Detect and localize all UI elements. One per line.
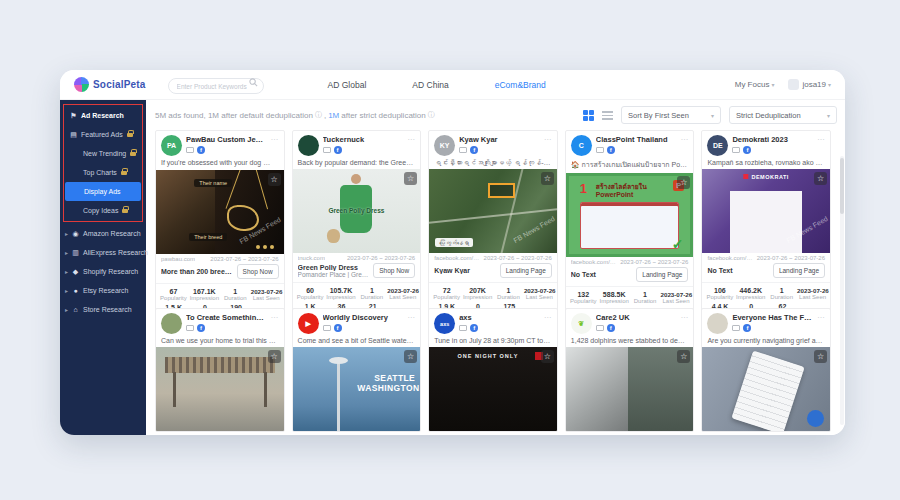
favorite-star-icon[interactable]: ☆: [541, 350, 554, 363]
more-options-icon[interactable]: …: [817, 313, 825, 319]
stat-value: 2023-07-26: [387, 287, 418, 294]
favorite-star-icon[interactable]: ☆: [814, 172, 827, 185]
strict-dedup-count-link[interactable]: 1M: [328, 111, 339, 120]
ad-creative[interactable]: 1สร้างสไลด์ลายใน PowerPointP✓ ☆: [566, 173, 694, 257]
ad-creative[interactable]: မြေကွက်နေရာFB News Feed ☆: [429, 169, 557, 253]
stats-row: 67 Popularity 167.1K Impression 1 Durati…: [156, 284, 284, 302]
favorite-star-icon[interactable]: ☆: [541, 172, 554, 185]
advertiser-name[interactable]: To Create Something Exceptio...: [186, 313, 267, 322]
ad-domain-link[interactable]: facebook.com/10...: [434, 255, 479, 261]
favorite-star-icon[interactable]: ☆: [268, 173, 281, 186]
stat-label: Last Seen: [524, 294, 555, 300]
advertiser-name[interactable]: ClassPoint Thailand: [596, 135, 677, 144]
chevron-down-icon: ▾: [828, 81, 831, 88]
scrollbar[interactable]: [840, 156, 844, 425]
ad-title: Kyaw Kyar: [434, 267, 495, 274]
cta-button[interactable]: Landing Page: [500, 263, 552, 278]
cta-button[interactable]: Shop Now: [373, 263, 415, 278]
cta-button[interactable]: Shop Now: [237, 264, 279, 279]
ad-creative[interactable]: ☆: [702, 347, 830, 431]
ad-domain-link[interactable]: facebook.com/11...: [571, 259, 616, 265]
username-label: josa19: [802, 80, 826, 89]
sidebar-item-featured-ads[interactable]: ▤ Featured Ads: [64, 125, 142, 144]
ad-domain-link[interactable]: pawbau.com: [161, 256, 195, 262]
info-icon[interactable]: ⓘ: [315, 110, 322, 120]
ad-card-tuckernuck: Tuckernuck f … Back by popular demand: t…: [292, 130, 422, 323]
list-view-icon[interactable]: [602, 111, 613, 120]
image-format-icon: [323, 325, 331, 331]
stat-label: Popularity: [295, 294, 326, 300]
more-options-icon[interactable]: …: [680, 313, 688, 319]
more-options-icon[interactable]: …: [407, 135, 415, 141]
cta-button[interactable]: Landing Page: [773, 263, 825, 278]
info-icon[interactable]: ⓘ: [428, 110, 435, 120]
scrollbar-thumb[interactable]: [840, 158, 844, 214]
sidebar-item-ad-research[interactable]: ⚑ Ad Research: [64, 106, 142, 125]
advertiser-avatar: DE: [707, 135, 728, 156]
more-options-icon[interactable]: …: [271, 313, 279, 319]
favorite-star-icon[interactable]: ☆: [268, 350, 281, 363]
more-options-icon[interactable]: …: [544, 313, 552, 319]
platform-icons: f: [323, 324, 404, 332]
ad-creative[interactable]: Green Polly Dress ☆: [293, 169, 421, 253]
stat-label: Last Seen: [251, 295, 282, 301]
grid-view-icon[interactable]: [583, 110, 594, 121]
my-focus-menu[interactable]: My Focus ▾: [735, 80, 775, 89]
favorite-star-icon[interactable]: ☆: [814, 350, 827, 363]
advertiser-name[interactable]: Worldly Discovery: [323, 313, 404, 322]
nav-ecom-brand[interactable]: eCom&Brand: [495, 80, 546, 90]
sort-dropdown[interactable]: Sort By First Seen ▾: [621, 106, 721, 124]
stat-value: 207K: [462, 287, 493, 294]
advertiser-name[interactable]: Kyaw Kyar: [459, 135, 540, 144]
stats-row: 106 Popularity 446.2K Impression 1 Durat…: [702, 283, 830, 301]
ad-creative[interactable]: ☆: [156, 347, 284, 431]
sidebar-item-aliexpress-research[interactable]: ▸ ▥ AliExpress Research: [60, 243, 146, 262]
dedup-dropdown[interactable]: Strict Deduplication ▾: [729, 106, 837, 124]
favorite-star-icon[interactable]: ☆: [677, 350, 690, 363]
card-header: ❦ Care2 UK f …: [566, 309, 694, 335]
advertiser-name[interactable]: Tuckernuck: [323, 135, 404, 144]
sidebar-item-new-trending[interactable]: New Trending: [64, 144, 142, 163]
more-options-icon[interactable]: …: [680, 135, 688, 141]
ad-creative[interactable]: ☆: [566, 347, 694, 431]
user-menu[interactable]: josa19 ▾: [788, 79, 831, 90]
advertiser-name[interactable]: Demokrati 2023: [732, 135, 813, 144]
more-options-icon[interactable]: …: [407, 313, 415, 319]
lock-icon: [121, 171, 127, 175]
stat-label: Last Seen: [797, 294, 828, 300]
sidebar-item-amazon-research[interactable]: ▸ ◉ Amazon Research: [60, 224, 146, 243]
cta-button[interactable]: Landing Page: [636, 267, 688, 282]
ad-domain-link[interactable]: facebook.com/10...: [707, 255, 752, 261]
favorite-star-icon[interactable]: ☆: [404, 172, 417, 185]
stat-label: Popularity: [431, 294, 462, 300]
more-options-icon[interactable]: …: [544, 135, 552, 141]
advertiser-name[interactable]: PawBau Custom Jewelry: [186, 135, 267, 144]
creative-overlay-text: ✓: [672, 236, 684, 252]
ad-domain-link[interactable]: tnuck.com: [298, 255, 325, 261]
ad-creative[interactable]: DEMOKRATIFB News Feed ☆: [702, 169, 830, 253]
stat-label: Duration: [630, 298, 661, 304]
ad-creative[interactable]: SEATTLE WASHINGTON ☆: [293, 347, 421, 431]
more-options-icon[interactable]: …: [271, 135, 279, 141]
sidebar-item-store-research[interactable]: ▸ ⌂ Store Research: [60, 300, 146, 319]
nav-ad-china[interactable]: AD China: [412, 80, 448, 90]
socialpeta-logo-text: SocialPeta: [93, 79, 146, 90]
nav-ad-global[interactable]: AD Global: [328, 80, 367, 90]
stat-label: Popularity: [704, 294, 735, 300]
sidebar-item-etsy-research[interactable]: ▸ ● Etsy Research: [60, 281, 146, 300]
sidebar-item-top-charts[interactable]: Top Charts: [64, 163, 142, 182]
more-options-icon[interactable]: …: [817, 135, 825, 141]
advertiser-name[interactable]: axs: [459, 313, 540, 322]
sidebar-item-shopify-research[interactable]: ▸ ◆ Shopify Research: [60, 262, 146, 281]
sidebar-item-copy-ideas[interactable]: Copy Ideas: [64, 201, 142, 220]
platform-icons: f: [459, 324, 540, 332]
ad-creative[interactable]: Their nameTheir breedFB News Feed ☆: [156, 170, 284, 254]
sidebar-item-display-ads[interactable]: Display Ads: [65, 182, 141, 201]
ad-creative[interactable]: ONE NIGHT ONLY ☆: [429, 347, 557, 431]
stats-row: 72 Popularity 207K Impression 1 Duration…: [429, 283, 557, 301]
advertiser-name[interactable]: Care2 UK: [596, 313, 677, 322]
favorite-star-icon[interactable]: ☆: [677, 176, 690, 189]
socialpeta-logo[interactable]: SocialPeta: [74, 77, 146, 92]
favorite-star-icon[interactable]: ☆: [404, 350, 417, 363]
advertiser-name[interactable]: Everyone Has The Freedom To...: [732, 313, 813, 322]
